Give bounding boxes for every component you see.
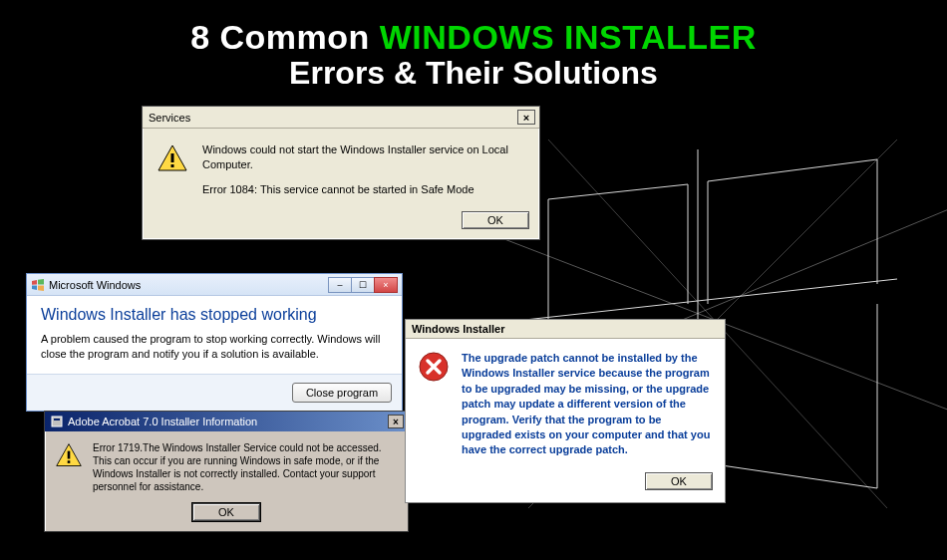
titlebar[interactable]: Adobe Acrobat 7.0 Installer Information … (45, 412, 408, 431)
ok-button[interactable]: OK (462, 211, 529, 229)
close-button[interactable]: × (374, 277, 398, 293)
dialog-services: Services × Windows could not start the W… (142, 106, 540, 240)
svg-line-0 (488, 279, 897, 324)
close-button[interactable]: × (388, 415, 404, 428)
dialog-adobe-1719: Adobe Acrobat 7.0 Installer Information … (44, 411, 409, 532)
svg-rect-25 (68, 460, 71, 463)
titlebar-text: Services (149, 112, 190, 124)
warning-icon (55, 441, 83, 469)
title-highlight: WINDOWS INSTALLER (380, 18, 757, 56)
installer-icon (51, 416, 63, 427)
svg-rect-19 (171, 153, 174, 162)
error-icon (418, 351, 450, 383)
minimize-button[interactable]: – (328, 277, 352, 293)
title-prefix: 8 Common (190, 18, 380, 56)
title-subtitle: Errors & Their Solutions (0, 55, 947, 92)
svg-rect-21 (52, 417, 62, 426)
warning-icon (157, 142, 188, 174)
titlebar-text: Adobe Acrobat 7.0 Installer Information (68, 416, 257, 427)
titlebar-text[interactable]: Windows Installer (406, 320, 725, 339)
windows-flag-icon (31, 278, 45, 292)
message: The upgrade patch cannot be installed by… (462, 351, 711, 458)
close-program-button[interactable]: Close program (292, 383, 392, 403)
ok-button[interactable]: OK (192, 503, 260, 521)
svg-line-5 (708, 159, 877, 181)
maximize-button[interactable]: ☐ (351, 277, 375, 293)
dialog-header: Windows Installer has stopped working (27, 296, 402, 330)
page-title: 8 Common WINDOWS INSTALLER Errors & Thei… (0, 18, 947, 92)
svg-rect-20 (171, 164, 174, 167)
message-line2: Error 1084: This service cannot be start… (202, 182, 527, 197)
message-line1: Windows could not start the Windows Inst… (202, 143, 508, 170)
titlebar[interactable]: Microsoft Windows – ☐ × (27, 274, 402, 296)
dialog-stopped-working: Microsoft Windows – ☐ × Windows Installe… (26, 273, 403, 412)
svg-rect-22 (54, 419, 60, 420)
dialog-desc: A problem caused the program to stop wor… (27, 330, 402, 374)
ok-button[interactable]: OK (645, 472, 713, 490)
svg-line-12 (708, 463, 877, 488)
titlebar[interactable]: Services × (143, 107, 539, 129)
dialog-upgrade-patch: Windows Installer The upgrade patch cann… (405, 319, 726, 503)
message: Error 1719.The Windows Installer Service… (93, 441, 398, 493)
svg-rect-24 (68, 451, 71, 459)
close-button[interactable]: × (517, 110, 535, 125)
svg-line-2 (548, 184, 688, 199)
titlebar-text: Microsoft Windows (49, 279, 141, 291)
